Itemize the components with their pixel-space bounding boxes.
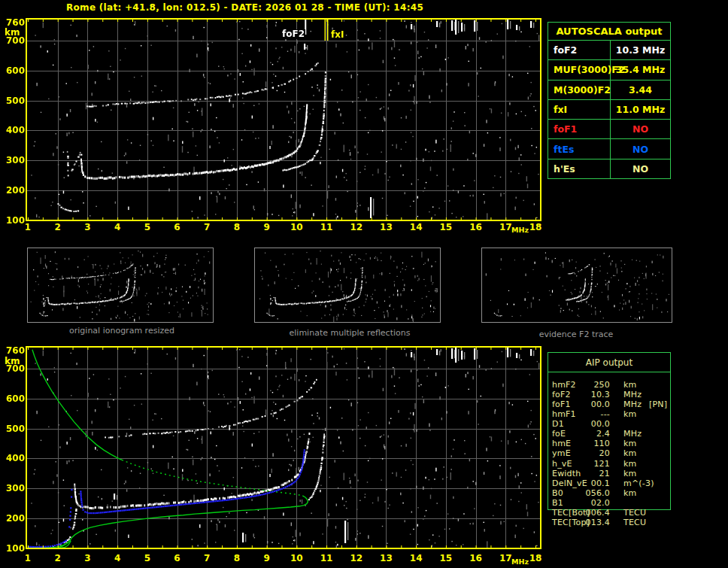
parameter-label: hmF2 bbox=[552, 380, 576, 390]
y-tick-label: 500 bbox=[2, 424, 25, 433]
parameter-value: NO bbox=[611, 139, 670, 158]
x-tick-label: 12 bbox=[347, 554, 366, 563]
parameter-unit: km bbox=[623, 448, 637, 458]
x-tick-label: 12 bbox=[347, 223, 366, 232]
autoscala-row-fxi: fxI11.0 MHz bbox=[548, 100, 670, 120]
parameter-unit: km bbox=[623, 469, 637, 478]
aip-row-ewidth: Ewidth21km bbox=[548, 469, 670, 478]
x-tick-label: 4 bbox=[108, 554, 126, 563]
aip-row-hme: hmE110km bbox=[548, 439, 670, 448]
autoscala-output-table: AUTOSCALA output foF210.3 MHzMUF(3000)F2… bbox=[548, 22, 671, 179]
parameter-value: 00.0 bbox=[577, 419, 610, 429]
parameter-unit: km bbox=[623, 488, 637, 498]
parameter-value: 21 bbox=[577, 469, 610, 478]
aip-row-foe: foE2.4MHz bbox=[548, 429, 670, 439]
y-tick-label: 400 bbox=[2, 454, 25, 463]
x-tick-label: 9 bbox=[258, 554, 276, 563]
aip-row-d1: D100.0 bbox=[548, 419, 670, 429]
parameter-value: 121 bbox=[577, 459, 610, 469]
x-tick-label: 5 bbox=[138, 554, 156, 563]
y-tick-label: 700 bbox=[2, 36, 25, 45]
aip-row-delnve: DelN_vE00.1m^(-3) bbox=[548, 478, 670, 488]
parameter-label: foF1 bbox=[548, 120, 611, 138]
x-tick-label: 1 bbox=[19, 223, 37, 232]
parameter-value: 006.4 bbox=[577, 508, 610, 518]
parameter-label: h_vE bbox=[552, 459, 572, 469]
autoscala-window: Rome (lat: +41.8, lon: 012.5) - DATE: 20… bbox=[0, 0, 728, 568]
x-tick-label: 10 bbox=[287, 554, 305, 563]
fof2-marker-label: foF2 bbox=[281, 29, 305, 39]
y-tick-label: 700 bbox=[2, 364, 25, 373]
parameter-label: B0 bbox=[552, 488, 563, 498]
parameter-label: foF1 bbox=[552, 399, 571, 409]
parameter-unit: km bbox=[623, 459, 637, 469]
x-tick-label: 16 bbox=[467, 554, 485, 563]
x-tick-label: 4 bbox=[108, 223, 126, 232]
parameter-value: 02.0 bbox=[577, 498, 610, 508]
parameter-value: 056.0 bbox=[577, 488, 610, 498]
parameter-unit: m^(-3) bbox=[623, 478, 654, 488]
parameter-unit: MHz bbox=[623, 399, 642, 409]
parameter-label: foE bbox=[552, 429, 566, 439]
autoscala-row-fof1: foF1NO bbox=[548, 120, 670, 139]
parameter-label: h'Es bbox=[548, 159, 611, 178]
y-tick-label: 200 bbox=[2, 514, 25, 523]
aip-row-fof1: foF100.0MHz[PN] bbox=[548, 399, 670, 409]
thumb-original-ionogram-canvas bbox=[27, 248, 214, 323]
x-tick-label: 15 bbox=[437, 554, 455, 563]
aip-row-tectop: TEC[Top]013.4TECU bbox=[548, 518, 670, 527]
parameter-label: ymE bbox=[552, 448, 571, 458]
parameter-value: 20 bbox=[577, 448, 610, 458]
x-tick-label: 1 bbox=[19, 554, 37, 563]
page-title: Rome (lat: +41.8, lon: 012.5) - DATE: 20… bbox=[66, 2, 423, 13]
y-tick-label: 200 bbox=[2, 186, 25, 195]
parameter-label: MUF(3000)F2 bbox=[548, 60, 611, 79]
x-tick-label: 3 bbox=[78, 223, 96, 232]
parameter-unit: MHz bbox=[623, 429, 642, 439]
parameter-value: 10.3 MHz bbox=[611, 41, 670, 59]
x-tick-label: 14 bbox=[407, 554, 425, 563]
aip-row-hmf1: hmF1---km bbox=[548, 409, 670, 419]
parameter-value: 00.1 bbox=[577, 478, 610, 488]
top-ionogram-canvas bbox=[26, 18, 541, 221]
thumb-evidence-caption: evidence F2 trace bbox=[539, 330, 614, 339]
parameter-unit: TECU bbox=[623, 508, 646, 518]
thumb-eliminate-caption: eliminate multiple reflections bbox=[290, 329, 411, 338]
thumb-evidence-f2-canvas bbox=[481, 248, 672, 323]
aip-row-fof2: foF210.3MHz bbox=[548, 390, 670, 399]
parameter-value: NO bbox=[611, 159, 670, 178]
parameter-label: foF2 bbox=[552, 390, 571, 399]
parameter-value: 110 bbox=[577, 439, 610, 448]
parameter-value: 35.4 MHz bbox=[611, 60, 670, 79]
parameter-label: fxI bbox=[548, 100, 611, 119]
x-tick-label: 8 bbox=[228, 223, 246, 232]
parameter-value: --- bbox=[577, 409, 610, 419]
x-tick-label: 7 bbox=[198, 223, 216, 232]
x-tick-label: 2 bbox=[49, 223, 67, 232]
x-tick-label: 9 bbox=[258, 223, 276, 232]
thumb-original-caption: original ionogram resized bbox=[69, 327, 174, 336]
parameter-unit: MHz bbox=[623, 390, 642, 399]
y-tick-label: 300 bbox=[2, 484, 25, 493]
aip-output-table: AIP output hmF2250kmfoF210.3MHzfoF100.0M… bbox=[548, 352, 671, 510]
parameter-label: B1 bbox=[552, 498, 563, 508]
aip-row-b1: B102.0 bbox=[548, 498, 670, 508]
bottom-ionogram-canvas bbox=[26, 346, 541, 549]
x-tick-label: 10 bbox=[287, 223, 305, 232]
autoscala-row-fof2: foF210.3 MHz bbox=[548, 41, 670, 60]
x-tick-label: 6 bbox=[168, 223, 187, 232]
x-tick-label: 3 bbox=[78, 554, 96, 563]
x-tick-label: 13 bbox=[377, 223, 395, 232]
aip-row-hmf2: hmF2250km bbox=[548, 380, 670, 390]
parameter-label: D1 bbox=[552, 419, 564, 429]
x-tick-label: 2 bbox=[49, 554, 67, 563]
x-tick-label: 7 bbox=[198, 554, 216, 563]
aip-row-b0: B0056.0km bbox=[548, 488, 670, 498]
y-tick-label: 100 bbox=[2, 544, 25, 553]
parameter-value: 250 bbox=[577, 380, 610, 390]
y-tick-label: 760 bbox=[2, 18, 25, 27]
y-tick-label: 500 bbox=[2, 96, 25, 105]
y-tick-label: 600 bbox=[2, 66, 25, 75]
autoscala-table-title: AUTOSCALA output bbox=[548, 23, 670, 41]
x-tick-label: 11 bbox=[317, 223, 335, 232]
